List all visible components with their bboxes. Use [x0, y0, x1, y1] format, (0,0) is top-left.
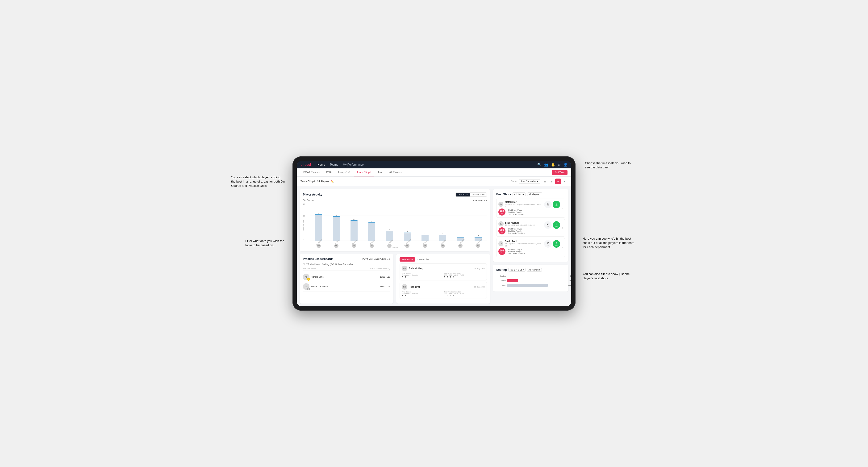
show-value: Last 3 months	[521, 180, 536, 183]
search-icon[interactable]: 🔍	[537, 163, 541, 166]
lb-avatar-1: RB 1	[303, 274, 309, 280]
scoring-row-pars: Pars 499	[496, 283, 565, 287]
pa-date-1: 26 Aug 2023	[474, 268, 485, 270]
scoring-filter1[interactable]: Par 3, 4 & 5s ▾	[508, 268, 526, 272]
pa-app-val-2: 0	[447, 294, 448, 297]
lb-row-1: RB 1 Richard Butler 19/20 110	[303, 272, 390, 282]
pa-putt-label-2: PUTT	[460, 293, 464, 294]
shot-metrics-1: 67 yds 0 yds	[544, 201, 560, 208]
bell-icon[interactable]: 🔔	[551, 163, 555, 166]
add-team-button[interactable]: Add Team	[552, 170, 567, 175]
pa-putt-label-1: PUTT	[460, 274, 464, 276]
player-activity-header: Player Activity On Course Practice Drill…	[303, 192, 487, 197]
heart-icon[interactable]: ♥	[555, 179, 561, 184]
shot-date-2: 23 Jul 2023	[505, 224, 515, 226]
shot-card-2[interactable]: BM Blair McHarg 23 Jul 2023 · Ashridge G…	[496, 219, 565, 237]
col-player-name: PLAYER NAME	[303, 268, 370, 270]
shot-course-3: Royal North Devon GC	[517, 243, 536, 245]
avatar-circle-9: LR	[476, 244, 480, 248]
best-shots-title: Best Shots	[496, 193, 511, 196]
most-active-tab[interactable]: Most Active	[400, 257, 415, 261]
shot-metric-val-1: 67	[547, 203, 549, 205]
show-dropdown[interactable]: Last 3 months ▾	[519, 179, 540, 184]
player-activity-title: Player Activity	[303, 193, 322, 196]
nav-home[interactable]: Home	[317, 163, 325, 166]
shot-player-info-3: DF David Ford 24 Aug 2023 · Royal North …	[498, 240, 542, 255]
chart-avatar-9: LR	[470, 244, 487, 248]
pa-app-label-1: APP	[449, 274, 453, 276]
chart-avatar-7: MM	[434, 244, 451, 248]
bar-0	[315, 214, 322, 241]
nav-teams[interactable]: Teams	[330, 163, 338, 166]
leaderboard-dropdown[interactable]: PUTT Must Make Putting ... ▾	[363, 258, 390, 260]
practice-drills-toggle[interactable]: Practice Drills	[470, 193, 487, 196]
annotation-player-select: You can select which player is doing the…	[231, 175, 285, 188]
plus-circle-icon[interactable]: ⊕	[558, 163, 561, 166]
bar-value-0: 13	[318, 212, 319, 214]
edit-icon[interactable]: ✏️	[331, 180, 334, 183]
lb-rank-2: 2	[307, 287, 310, 290]
lb-row-2: EC 2 Edward Crossman 18/20 107	[303, 282, 390, 291]
most-active-tabs: Most Active Least Active	[400, 257, 487, 261]
bar-value-3: 9	[371, 220, 372, 222]
tab-hcaps[interactable]: Hcaps 1-5	[335, 168, 353, 177]
pa-rounds-values-2: 8 4	[402, 294, 442, 297]
nav-my-performance[interactable]: My Performance	[343, 163, 364, 166]
least-active-tab[interactable]: Least Active	[415, 257, 431, 261]
grid-4-icon[interactable]: ⊞	[542, 179, 548, 184]
tab-all-players[interactable]: All Players	[386, 168, 404, 177]
user-circle-icon[interactable]: 👤	[563, 163, 567, 166]
all-shots-dropdown[interactable]: All Shots ▾	[513, 192, 526, 196]
shot-info-row-3: 198 SG Shot Dist: 16 yds Start Lie: Roug…	[498, 248, 542, 255]
y-axis-labels: 15 10 5 0	[303, 203, 305, 241]
shot-badge-num-2: 200	[500, 229, 504, 231]
chart-avatar-3: JC	[363, 244, 380, 248]
shot-dist-2: Shot Dist: 43 yds	[508, 228, 542, 230]
player-activity-card-2: RB Rees Britt 02 Sep 2023 Total Rounds T…	[400, 282, 487, 299]
bar-value-8: 2	[460, 235, 461, 237]
lb-avatar-2: EC 2	[303, 283, 309, 290]
chart-avatar-5: OB	[399, 244, 416, 248]
shot-avatar-3: DF	[498, 241, 503, 246]
team-name: Team Clippd | 14 Players	[301, 180, 329, 183]
shot-course-1: Royal North Devon GC	[517, 203, 536, 206]
leaderboards-title: Practice Leaderboards	[303, 257, 333, 261]
grid-2-icon[interactable]: ⊟	[549, 179, 554, 184]
pa-name-1: Blair McHarg	[409, 267, 423, 270]
tab-tour[interactable]: Tour	[375, 168, 385, 177]
leaderboard-subtitle: PUTT Must Make Putting (3-6 ft), Last 3 …	[303, 263, 390, 266]
shot-end-2: End Lie: In The Hole	[508, 232, 542, 234]
scoring-header: Scoring Par 3, 4 & 5s ▾ All Players ▾	[496, 268, 565, 272]
chart-dropdown[interactable]: Total Rounds ▾	[473, 199, 487, 201]
shot-details-3: 24 Aug 2023 · Royal North Devon GC, Hole…	[505, 243, 542, 247]
sub-nav: PGAT Players PGA Hcaps 1-5 Team Clippd T…	[297, 168, 571, 177]
pa-header-2: RB Rees Britt 02 Sep 2023	[402, 284, 485, 290]
shot-metric-result-2: 0 yds	[553, 221, 560, 229]
scoring-value-pars: 499	[568, 284, 571, 286]
on-course-toggle[interactable]: On Course	[456, 193, 470, 196]
view-icons: ⊞ ⊟ ♥ ≡	[542, 179, 567, 184]
all-players-dropdown[interactable]: All Players ▾	[527, 192, 542, 196]
shot-metrics-2: 43 yds 0 yds	[544, 221, 560, 229]
scoring-card: Scoring Par 3, 4 & 5s ▾ All Players ▾	[493, 264, 568, 291]
chart-avatar-6: RB	[416, 244, 434, 248]
shot-card-1[interactable]: MM Matt Miller 09 Jun 2023 · Royal North…	[496, 198, 565, 218]
tab-pgat-players[interactable]: PGAT Players	[301, 168, 322, 177]
lb-avg-1: 110	[386, 276, 390, 278]
tab-pga[interactable]: PGA	[323, 168, 335, 177]
pa-rounds-sub-2: Tournament Practice	[402, 293, 442, 294]
player-activity-card-1: BM Blair McHarg 26 Aug 2023 Total Rounds…	[400, 263, 487, 280]
left-col: Player Activity On Course Practice Drill…	[300, 189, 490, 304]
shot-card-3[interactable]: DF David Ford 24 Aug 2023 · Royal North …	[496, 238, 565, 257]
lb-name-2: Edward Crossman	[311, 285, 378, 288]
scoring-filter2[interactable]: All Players ▾	[527, 268, 542, 272]
tab-team-clippd[interactable]: Team Clippd	[354, 168, 374, 177]
team-header: Team Clippd | 14 Players ✏️ Show: Last 3…	[297, 177, 571, 186]
chevron-down-scoring1: ▾	[523, 269, 524, 271]
avatar-circle-5: OB	[405, 244, 409, 248]
list-icon[interactable]: ≡	[562, 179, 567, 184]
pa-practice-sub-1: GTT APP ARG PUTT	[444, 274, 485, 276]
scoring-filter1-label: Par 3, 4 & 5s	[510, 269, 522, 271]
people-icon[interactable]: 👥	[544, 163, 548, 166]
leaderboard-dropdown-label: PUTT Must Make Putting ...	[363, 258, 389, 260]
